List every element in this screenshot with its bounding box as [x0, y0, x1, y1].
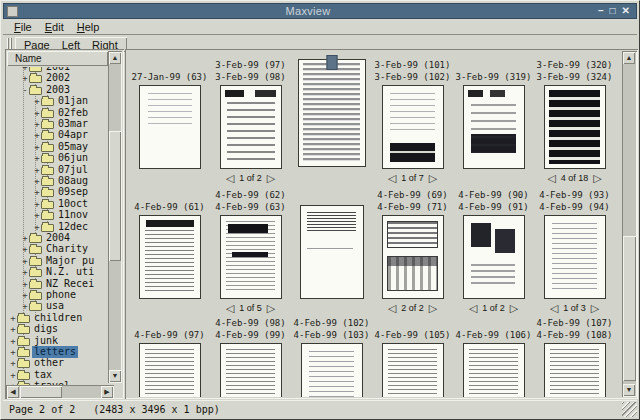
- pager-next-icon[interactable]: ▷: [591, 303, 599, 314]
- pager-next-icon[interactable]: ▷: [267, 303, 275, 314]
- tree-item-2004[interactable]: +2004: [21, 232, 72, 244]
- close-button[interactable]: ✕: [622, 6, 630, 16]
- document-thumbnail-fax2[interactable]: [463, 85, 525, 169]
- tree-item-01jan[interactable]: +01jan: [33, 95, 90, 107]
- expand-icon[interactable]: +: [21, 301, 29, 311]
- tree-item-major-pu[interactable]: +Major pu: [21, 255, 96, 267]
- expand-icon[interactable]: +: [33, 187, 41, 197]
- grid-vscroll-thumb[interactable]: [623, 236, 636, 381]
- menu-file[interactable]: File: [9, 20, 37, 34]
- scroll-left-icon[interactable]: ◀: [7, 386, 19, 398]
- pager-prev-icon[interactable]: ◁: [550, 303, 558, 314]
- pager-next-icon[interactable]: ▷: [429, 303, 437, 314]
- menu-edit[interactable]: Edit: [40, 20, 69, 34]
- expand-icon[interactable]: +: [21, 244, 29, 254]
- document-thumbnail-redacted[interactable]: [544, 85, 606, 169]
- expand-icon[interactable]: +: [9, 313, 17, 323]
- document-thumbnail-dense-hand[interactable]: [298, 59, 366, 167]
- tree-item-04apr[interactable]: +04apr: [33, 129, 90, 141]
- document-thumbnail-typed[interactable]: [382, 343, 444, 397]
- scroll-up-icon[interactable]: ▲: [109, 52, 121, 64]
- tree-item-phone[interactable]: +phone: [21, 289, 78, 301]
- document-thumbnail-fax[interactable]: [220, 85, 282, 169]
- pager-prev-icon[interactable]: ◁: [469, 303, 477, 314]
- expand-icon[interactable]: +: [21, 73, 29, 83]
- expand-icon[interactable]: +: [33, 222, 41, 232]
- tree-header[interactable]: Name: [7, 51, 108, 66]
- expand-icon[interactable]: +: [33, 165, 41, 175]
- maximize-button[interactable]: □: [610, 6, 616, 16]
- window-menu-icon[interactable]: [7, 6, 18, 17]
- expand-icon[interactable]: +: [9, 347, 17, 357]
- expand-icon[interactable]: +: [21, 256, 29, 266]
- pager-prev-icon[interactable]: ◁: [547, 173, 555, 184]
- document-thumbnail-hand-med[interactable]: [301, 343, 363, 397]
- document-thumbnail-typed[interactable]: [544, 343, 606, 397]
- document-thumbnail-typed-hdr[interactable]: [139, 215, 201, 299]
- expand-icon[interactable]: +: [21, 233, 29, 243]
- pager-next-icon[interactable]: ▷: [593, 173, 601, 184]
- expand-icon[interactable]: +: [33, 119, 41, 129]
- pager-next-icon[interactable]: ▷: [429, 173, 437, 184]
- expand-icon[interactable]: +: [33, 130, 41, 140]
- expand-icon[interactable]: +: [9, 358, 17, 368]
- tree-item-12dec[interactable]: +12dec: [33, 221, 90, 233]
- tree-item-11nov[interactable]: +11nov: [33, 209, 90, 221]
- document-thumbnail-typed-red[interactable]: [220, 215, 282, 299]
- scroll-down-icon[interactable]: ▼: [109, 370, 121, 382]
- tree-item-children[interactable]: +children: [9, 312, 84, 324]
- document-thumbnail-form[interactable]: [382, 215, 444, 299]
- titlebar[interactable]: Maxview – □ ✕: [3, 3, 637, 19]
- tree-item-03mar[interactable]: +03mar: [33, 118, 90, 130]
- tree-item-tax[interactable]: +tax: [9, 369, 54, 381]
- document-thumbnail-photos[interactable]: [463, 215, 525, 299]
- tree-hscroll-thumb[interactable]: [20, 386, 62, 398]
- tree-item-junk[interactable]: +junk: [9, 335, 60, 347]
- resize-grip[interactable]: [622, 402, 637, 417]
- menu-help[interactable]: Help: [72, 20, 105, 34]
- scroll-right-icon[interactable]: ▶: [101, 386, 113, 398]
- expand-icon[interactable]: +: [21, 290, 29, 300]
- document-thumbnail-typed[interactable]: [220, 343, 282, 397]
- tree-vscrollbar[interactable]: ▲ ▼: [108, 51, 122, 383]
- expand-icon[interactable]: +: [33, 199, 41, 209]
- scroll-up-icon[interactable]: ▲: [623, 52, 635, 64]
- collapse-icon[interactable]: -: [21, 85, 29, 95]
- expand-icon[interactable]: +: [21, 67, 29, 72]
- expand-icon[interactable]: +: [9, 370, 17, 380]
- tree-item-digs[interactable]: +digs: [9, 323, 60, 335]
- pager-next-icon[interactable]: ▷: [267, 173, 275, 184]
- grid-vscrollbar[interactable]: ▲ ▼: [622, 51, 637, 397]
- tree-item-usa[interactable]: +usa: [21, 300, 66, 312]
- expand-icon[interactable]: +: [33, 210, 41, 220]
- tree-item-charity[interactable]: +Charity: [21, 243, 90, 255]
- tree-vscroll-thumb[interactable]: [109, 131, 121, 261]
- pager-next-icon[interactable]: ▷: [510, 303, 518, 314]
- tree-item-other[interactable]: +other: [9, 357, 66, 369]
- tree-item-n-z-uti[interactable]: +N.Z. uti: [21, 266, 96, 278]
- expand-icon[interactable]: +: [9, 336, 17, 346]
- tree-item-nz-recei[interactable]: +NZ Recei: [21, 278, 96, 290]
- document-thumbnail-typed[interactable]: [463, 343, 525, 397]
- pager-prev-icon[interactable]: ◁: [226, 303, 234, 314]
- document-thumbnail-letter-envelope[interactable]: [382, 85, 444, 169]
- expand-icon[interactable]: +: [21, 279, 29, 289]
- tree-item-05may[interactable]: +05may: [33, 141, 90, 153]
- scroll-down-icon[interactable]: ▼: [623, 384, 635, 396]
- tree-item-06jun[interactable]: +06jun: [33, 152, 90, 164]
- document-thumbnail-textblock[interactable]: [300, 205, 364, 299]
- tree-item-2003[interactable]: -2003: [21, 84, 72, 96]
- expand-icon[interactable]: +: [33, 108, 41, 118]
- document-thumbnail-typed[interactable]: [139, 343, 201, 397]
- tree-item-07jul[interactable]: +07jul: [33, 164, 90, 176]
- pager-prev-icon[interactable]: ◁: [388, 303, 396, 314]
- expand-icon[interactable]: +: [21, 267, 29, 277]
- pager-prev-icon[interactable]: ◁: [226, 173, 234, 184]
- expand-icon[interactable]: +: [33, 96, 41, 106]
- expand-icon[interactable]: +: [33, 176, 41, 186]
- expand-icon[interactable]: +: [33, 142, 41, 152]
- tree-item-10oct[interactable]: +10oct: [33, 198, 90, 210]
- tree-item-08aug[interactable]: +08aug: [33, 175, 90, 187]
- tree-item-09sep[interactable]: +09sep: [33, 186, 90, 198]
- expand-icon[interactable]: +: [33, 153, 41, 163]
